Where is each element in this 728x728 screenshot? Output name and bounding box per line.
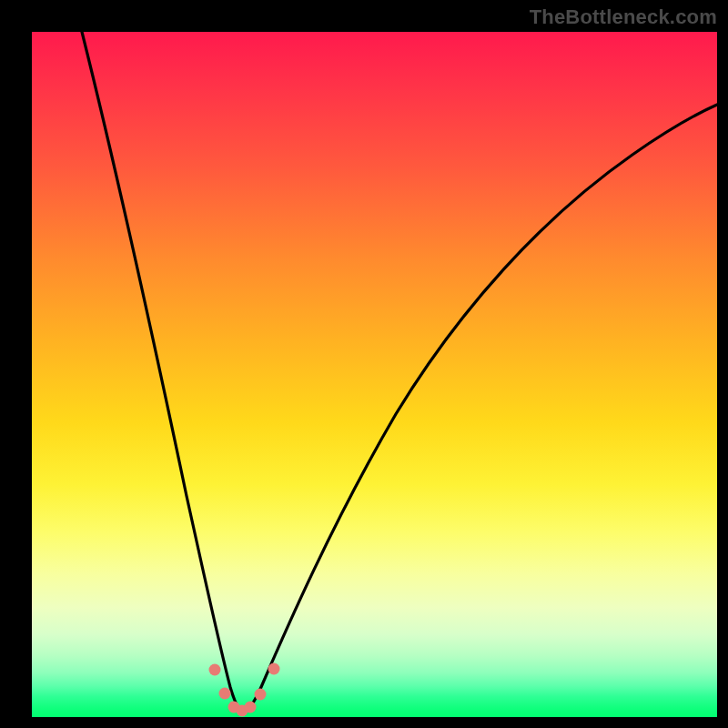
bottleneck-curve-right [242, 105, 717, 713]
svg-point-0 [209, 664, 221, 676]
svg-point-6 [268, 663, 280, 675]
chart-frame: TheBottleneck.com [0, 0, 728, 728]
bottleneck-curve-left [82, 32, 242, 713]
svg-point-4 [245, 702, 257, 713]
curve-layer [32, 32, 717, 717]
curve-markers [209, 663, 280, 717]
svg-point-1 [219, 688, 231, 700]
watermark-text: TheBottleneck.com [530, 5, 717, 29]
svg-point-5 [255, 689, 267, 701]
plot-area [32, 32, 717, 717]
